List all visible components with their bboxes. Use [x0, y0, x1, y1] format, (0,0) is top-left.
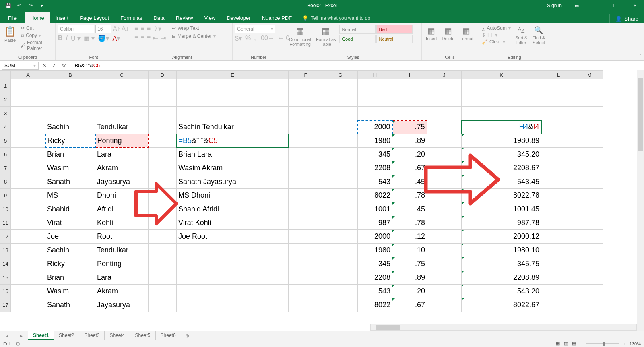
view-normal-icon[interactable]: ▦: [556, 341, 560, 346]
cell-A16[interactable]: [11, 285, 45, 298]
cell-J13[interactable]: [427, 244, 462, 257]
cell-M7[interactable]: [576, 161, 603, 175]
cell-K14[interactable]: 345.75: [462, 257, 541, 271]
cell-B9[interactable]: MS: [45, 189, 95, 202]
col-header-G[interactable]: G: [323, 71, 358, 79]
cell-K16[interactable]: 543.20: [462, 285, 541, 298]
cell-D9[interactable]: [149, 189, 177, 202]
cell-C5[interactable]: Ponting: [95, 134, 149, 148]
font-size-combo[interactable]: 16: [95, 25, 111, 33]
align-middle-icon[interactable]: ≡: [140, 25, 144, 33]
cell-B7[interactable]: Wasim: [45, 161, 95, 175]
cell-F17[interactable]: [289, 298, 323, 312]
cell-A12[interactable]: [11, 230, 45, 244]
collapse-ribbon-icon[interactable]: ˄: [640, 54, 642, 58]
tab-view[interactable]: View: [198, 12, 221, 23]
cell-E3[interactable]: [177, 107, 289, 120]
cell-M13[interactable]: [576, 244, 603, 257]
cell-K12[interactable]: 2000.12: [462, 230, 541, 244]
col-header-L[interactable]: L: [541, 71, 576, 79]
cell-J17[interactable]: [427, 298, 462, 312]
cell-D15[interactable]: [149, 271, 177, 285]
cell-C3[interactable]: [95, 107, 149, 120]
tab-formulas[interactable]: Formulas: [115, 12, 148, 23]
cell-H11[interactable]: 987: [358, 216, 392, 230]
col-header-H[interactable]: H: [358, 71, 392, 79]
cell-H13[interactable]: 1980: [358, 244, 392, 257]
view-pagebreak-icon[interactable]: ▤: [572, 341, 576, 346]
cell-G14[interactable]: [323, 257, 358, 271]
cell-H3[interactable]: [358, 107, 392, 120]
cell-B6[interactable]: Brian: [45, 148, 95, 161]
tab-nuance-pdf[interactable]: Nuance PDF: [256, 12, 297, 23]
col-header-B[interactable]: B: [45, 71, 95, 79]
row-header-8[interactable]: 8: [0, 175, 11, 189]
cell-J8[interactable]: [427, 175, 462, 189]
underline-button[interactable]: U ▾: [71, 35, 80, 42]
cell-F12[interactable]: [289, 230, 323, 244]
increase-indent-icon[interactable]: ⇥: [161, 34, 166, 42]
qat-dropdown-icon[interactable]: ▾: [37, 1, 47, 10]
sheet-tab-sheet5[interactable]: Sheet5: [130, 331, 156, 340]
cell-M9[interactable]: [576, 189, 603, 202]
cell-E13[interactable]: [177, 244, 289, 257]
cell-J10[interactable]: [427, 202, 462, 216]
cell-K5[interactable]: 1980.89: [462, 134, 541, 148]
cell-A14[interactable]: [11, 257, 45, 271]
align-center-icon[interactable]: ≡: [140, 34, 144, 42]
cell-C2[interactable]: [95, 93, 149, 107]
cell-B16[interactable]: Wasim: [45, 285, 95, 298]
cell-F15[interactable]: [289, 271, 323, 285]
cell-K11[interactable]: 987.78: [462, 216, 541, 230]
cell-H1[interactable]: [358, 79, 392, 93]
sort-filter-button[interactable]: ᴬzSort & Filter: [514, 25, 529, 46]
cell-E14[interactable]: [177, 257, 289, 271]
cell-L9[interactable]: [541, 189, 576, 202]
col-header-E[interactable]: E: [177, 71, 289, 79]
cell-E7[interactable]: Wasim Akram: [177, 161, 289, 175]
cell-D7[interactable]: [149, 161, 177, 175]
cell-A3[interactable]: [11, 107, 45, 120]
cell-H4[interactable]: 2000: [358, 120, 392, 134]
font-name-combo[interactable]: Calibri: [58, 25, 94, 33]
zoom-slider[interactable]: [586, 343, 619, 344]
cell-K10[interactable]: 1001.45: [462, 202, 541, 216]
cell-I3[interactable]: [392, 107, 427, 120]
cell-M4[interactable]: [576, 120, 603, 134]
cell-H5[interactable]: 1980: [358, 134, 392, 148]
row-header-7[interactable]: 7: [0, 161, 11, 175]
cell-M15[interactable]: [576, 271, 603, 285]
cell-I9[interactable]: .78: [392, 189, 427, 202]
tab-developer[interactable]: Developer: [221, 12, 256, 23]
cell-L7[interactable]: [541, 161, 576, 175]
autosum-button[interactable]: ∑AutoSum▾: [481, 25, 512, 31]
cell-A17[interactable]: [11, 298, 45, 312]
style-bad[interactable]: Bad: [376, 25, 413, 34]
cell-E10[interactable]: Shahid Afridi: [177, 202, 289, 216]
cell-L17[interactable]: [541, 298, 576, 312]
cell-L16[interactable]: [541, 285, 576, 298]
cell-D3[interactable]: [149, 107, 177, 120]
border-button[interactable]: ▦ ▾: [84, 35, 95, 42]
cell-L12[interactable]: [541, 230, 576, 244]
ribbon-options-icon[interactable]: ▭: [568, 0, 586, 11]
enter-formula-icon[interactable]: ✓: [49, 62, 59, 68]
cell-I14[interactable]: .75: [392, 257, 427, 271]
cell-C16[interactable]: Akram: [95, 285, 149, 298]
align-top-icon[interactable]: ≡: [134, 25, 138, 33]
cell-J3[interactable]: [427, 107, 462, 120]
cell-E8[interactable]: Sanath Jayasurya: [177, 175, 289, 189]
cell-K17[interactable]: 8022.67: [462, 298, 541, 312]
formula-input[interactable]: =B5&" "&C5: [68, 62, 644, 68]
cell-I1[interactable]: [392, 79, 427, 93]
cell-J15[interactable]: [427, 271, 462, 285]
copy-button[interactable]: ⧉Copy▾: [19, 32, 53, 39]
cell-D16[interactable]: [149, 285, 177, 298]
cell-L2[interactable]: [541, 93, 576, 107]
row-header-12[interactable]: 12: [0, 230, 11, 244]
vertical-scrollbar[interactable]: [637, 70, 644, 331]
cell-M2[interactable]: [576, 93, 603, 107]
row-header-16[interactable]: 16: [0, 285, 11, 298]
view-layout-icon[interactable]: ▥: [564, 341, 568, 346]
cell-K6[interactable]: 345.20: [462, 148, 541, 161]
